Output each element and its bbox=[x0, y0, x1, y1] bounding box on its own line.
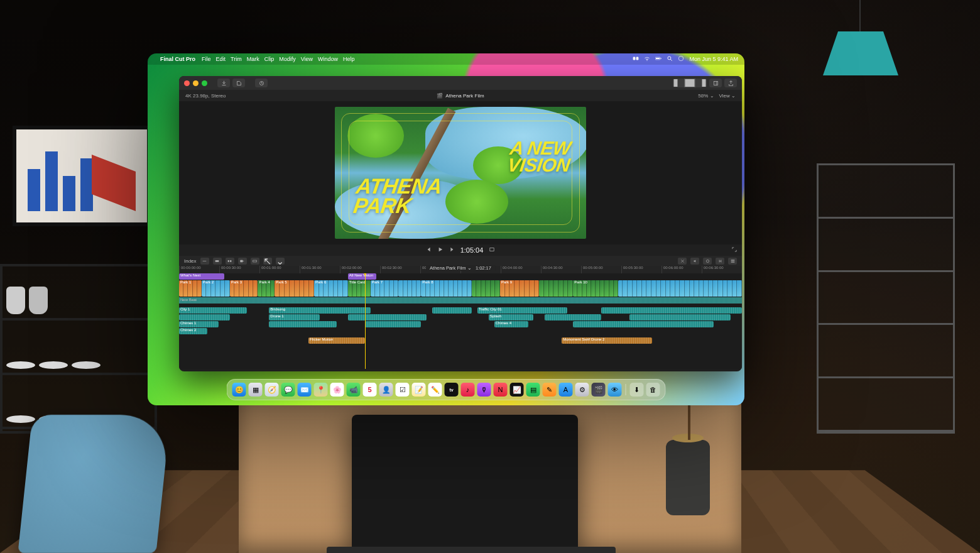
title-clip[interactable]: All New Vision bbox=[348, 273, 376, 280]
timeline-ruler[interactable]: Athena Park Film ⌄ 1:02:17 00:00:00:0000… bbox=[179, 266, 742, 273]
insert-clip-button[interactable] bbox=[226, 258, 234, 265]
background-tasks-button[interactable] bbox=[255, 79, 268, 87]
video-clip[interactable]: Park 8 bbox=[421, 280, 472, 297]
audio-clip[interactable]: Splash bbox=[489, 314, 534, 320]
overwrite-clip-button[interactable] bbox=[251, 258, 259, 265]
menubar-app-name[interactable]: Final Cut Pro bbox=[160, 56, 195, 62]
video-clip[interactable]: Park 3 bbox=[230, 280, 258, 297]
video-clip[interactable]: Park 2 bbox=[202, 280, 230, 297]
dock-app-preview[interactable]: 👁 bbox=[608, 383, 622, 397]
dock-app-photos[interactable]: 🌸 bbox=[330, 383, 344, 397]
audio-clip[interactable]: Chimes 2 bbox=[179, 328, 207, 334]
audio-clip[interactable] bbox=[179, 314, 230, 320]
fullscreen-button[interactable] bbox=[202, 80, 207, 86]
dock-app-calendar[interactable]: 5 bbox=[363, 383, 377, 397]
audio-clip[interactable]: Chimes 4 bbox=[494, 321, 528, 327]
audio-clip[interactable] bbox=[269, 321, 337, 327]
audio-clip[interactable] bbox=[348, 314, 427, 320]
inspector-toggle-button[interactable] bbox=[709, 79, 722, 87]
video-clip[interactable]: Park 6 bbox=[314, 280, 348, 297]
prev-frame-button[interactable] bbox=[427, 247, 432, 253]
tools-dropdown[interactable]: ⌄ bbox=[276, 258, 285, 265]
dock-app-news[interactable]: N bbox=[494, 383, 508, 397]
play-button[interactable] bbox=[438, 247, 443, 253]
control-center-icon[interactable] bbox=[633, 55, 639, 63]
audio-clip[interactable] bbox=[629, 314, 731, 320]
audio-skimming-toggle[interactable] bbox=[690, 258, 699, 265]
minimize-button[interactable] bbox=[193, 80, 199, 86]
dock-app-freeform[interactable]: ✏️ bbox=[428, 383, 442, 397]
dock-app-music[interactable]: ♪ bbox=[461, 383, 475, 397]
solo-button[interactable] bbox=[703, 258, 712, 265]
import-button[interactable] bbox=[217, 79, 230, 87]
dock-app-contacts[interactable]: 👤 bbox=[379, 383, 393, 397]
connect-clip-button[interactable] bbox=[213, 258, 222, 265]
zoom-dropdown[interactable]: 58% ⌄ bbox=[698, 93, 714, 99]
audio-clip[interactable] bbox=[573, 321, 714, 327]
dock-app-facetime[interactable]: 📹 bbox=[347, 383, 361, 397]
dock-downloads[interactable]: ⬇︎ bbox=[630, 383, 644, 397]
dock-app-numbers[interactable]: ▤ bbox=[526, 383, 540, 397]
keyword-button[interactable] bbox=[232, 79, 245, 87]
video-clip[interactable]: Park 1 bbox=[179, 280, 202, 297]
menu-window[interactable]: Window bbox=[318, 56, 338, 62]
menu-edit[interactable]: Edit bbox=[216, 56, 226, 62]
snapping-toggle[interactable] bbox=[716, 258, 724, 265]
audio-clip[interactable] bbox=[365, 321, 422, 327]
dock-app-settings[interactable]: ⚙︎ bbox=[575, 383, 589, 397]
trim-tool[interactable] bbox=[200, 258, 209, 265]
video-clip[interactable] bbox=[472, 280, 500, 297]
menu-mark[interactable]: Mark bbox=[247, 56, 259, 62]
dock-app-maps[interactable]: 📍 bbox=[314, 383, 328, 397]
menu-clip[interactable]: Clip bbox=[264, 56, 275, 62]
video-clip[interactable]: Title Card bbox=[348, 280, 371, 297]
clip-appearance-button[interactable] bbox=[728, 258, 737, 265]
audio-clip[interactable]: Flicker Motion bbox=[308, 337, 365, 344]
audio-clip[interactable] bbox=[601, 307, 742, 314]
audio-clip[interactable]: City 1 bbox=[179, 307, 247, 314]
video-clip[interactable]: Park 5 bbox=[275, 280, 314, 297]
dock-app-final-cut-pro[interactable]: 🎬 bbox=[592, 383, 606, 397]
video-clip[interactable]: Park 9 bbox=[500, 280, 540, 297]
primary-audio[interactable]: New Beat bbox=[179, 297, 742, 304]
menu-view[interactable]: View bbox=[301, 56, 313, 62]
fullscreen-viewer-button[interactable] bbox=[732, 247, 737, 253]
wifi-icon[interactable] bbox=[644, 55, 650, 63]
workspace-layout-selector[interactable] bbox=[673, 79, 707, 87]
menu-file[interactable]: File bbox=[202, 56, 211, 62]
battery-icon[interactable] bbox=[655, 55, 662, 63]
dock-trash[interactable]: 🗑 bbox=[646, 383, 660, 397]
video-clip[interactable]: Park 10 bbox=[573, 280, 618, 297]
timeline[interactable]: What's NextAll New VisionPark 1Park 2Par… bbox=[179, 273, 742, 369]
share-button[interactable] bbox=[724, 79, 737, 87]
skimming-toggle[interactable] bbox=[678, 258, 687, 265]
audio-clip[interactable]: Chimes 1 bbox=[179, 321, 219, 327]
close-button[interactable] bbox=[184, 80, 190, 86]
video-clip[interactable]: Park 4 bbox=[258, 280, 275, 297]
dock-app-app-store[interactable]: A bbox=[559, 383, 573, 397]
menu-help[interactable]: Help bbox=[343, 56, 355, 62]
title-clip[interactable]: What's Next bbox=[179, 273, 224, 280]
video-clip[interactable] bbox=[539, 280, 573, 297]
search-icon[interactable] bbox=[667, 55, 673, 63]
video-clip[interactable] bbox=[618, 280, 742, 297]
arrow-tool[interactable]: ↖︎ bbox=[263, 258, 272, 265]
dock-app-podcasts[interactable]: 🎙 bbox=[477, 383, 491, 397]
playhead[interactable] bbox=[365, 273, 366, 369]
audio-clip[interactable]: Birdsong bbox=[269, 307, 370, 314]
audio-clip[interactable] bbox=[432, 307, 472, 314]
timeline-project-dropdown[interactable]: Athena Park Film bbox=[430, 265, 466, 271]
audio-clip[interactable] bbox=[545, 314, 601, 320]
dock-app-messages[interactable]: 💬 bbox=[281, 383, 295, 397]
dock-app-mail[interactable]: ✉️ bbox=[298, 383, 312, 397]
video-clip[interactable] bbox=[398, 280, 421, 297]
audio-clip[interactable]: Drone 1 bbox=[269, 314, 320, 320]
dock-app-finder[interactable]: 😊 bbox=[232, 383, 246, 397]
dock-app-tv[interactable]: tv bbox=[445, 383, 459, 397]
dock-app-safari[interactable]: 🧭 bbox=[265, 383, 279, 397]
menubar-datetime[interactable]: Mon Jun 5 9:41 AM bbox=[689, 56, 738, 62]
append-clip-button[interactable] bbox=[238, 258, 247, 265]
viewer-canvas[interactable]: ATHENAPARK A NEWVISION bbox=[335, 107, 586, 239]
dock-app-launchpad[interactable]: ▦ bbox=[249, 383, 263, 397]
siri-icon[interactable] bbox=[678, 55, 684, 63]
